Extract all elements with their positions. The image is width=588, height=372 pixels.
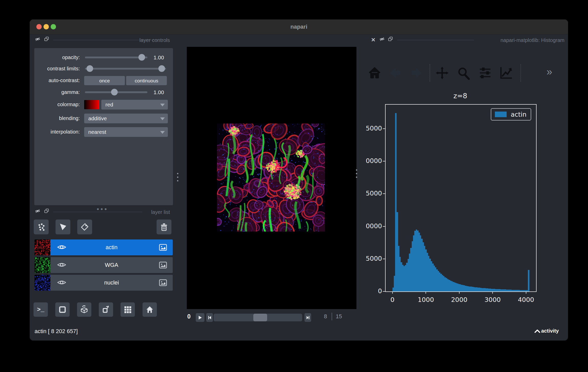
dock-splitter-handle[interactable] <box>177 173 178 181</box>
total-frames: 15 <box>336 313 342 320</box>
histogram-bar <box>394 276 395 291</box>
mpl-zoom-button[interactable] <box>456 65 471 81</box>
new-shapes-layer-button[interactable] <box>56 220 70 234</box>
histogram-bar <box>397 212 398 291</box>
histogram-bar <box>450 281 451 291</box>
histogram-bar <box>502 289 503 291</box>
contrast-limits-slider[interactable] <box>85 68 166 70</box>
line-chart-icon <box>499 66 513 80</box>
layer-visibility-eye-icon[interactable] <box>57 261 66 269</box>
mpl-customize-button[interactable] <box>499 65 513 81</box>
blending-dropdown[interactable]: additive <box>84 114 168 123</box>
home-view-button[interactable] <box>143 302 157 317</box>
histogram-bar <box>476 287 477 291</box>
x-tick-label: 0 <box>377 296 408 303</box>
transpose-dims-button[interactable] <box>99 302 113 317</box>
mpl-forward-button[interactable] <box>409 65 424 81</box>
sliders-icon <box>479 67 492 79</box>
activity-button[interactable]: activity <box>535 328 559 334</box>
histogram-bar <box>428 256 430 291</box>
histogram-bar <box>398 246 399 291</box>
skip-to-end-button[interactable] <box>304 313 311 322</box>
layer-row-actin[interactable]: actin <box>35 239 173 255</box>
histogram-bar <box>489 289 491 291</box>
colormap-dropdown[interactable]: red <box>101 100 168 110</box>
mpl-pan-button[interactable] <box>435 65 449 81</box>
x-tick <box>459 291 460 294</box>
y-tick-label: 0000 <box>354 157 382 165</box>
histogram-bar <box>484 288 486 291</box>
play-button[interactable] <box>196 313 204 322</box>
delete-layer-button[interactable] <box>157 220 171 234</box>
layer-row-wga[interactable]: WGA <box>35 257 173 273</box>
rotate-3d-button[interactable] <box>77 302 91 317</box>
histogram-bar <box>444 277 446 291</box>
histogram-bar <box>500 289 502 291</box>
layer-row-nuclei[interactable]: nuclei <box>35 275 173 291</box>
histogram-bar <box>477 288 479 291</box>
layer-visibility-eye-icon[interactable] <box>57 244 66 251</box>
console-icon: >_ <box>37 306 45 313</box>
opacity-slider[interactable] <box>85 57 147 58</box>
ndisplay-toggle-button[interactable] <box>55 302 70 317</box>
x-tick <box>526 291 526 294</box>
image-layer-type-icon <box>159 279 167 287</box>
console-button[interactable]: >_ <box>34 302 48 317</box>
dock-splitter-handle[interactable] <box>356 169 357 178</box>
layer-visibility-eye-icon[interactable] <box>57 279 66 287</box>
close-panel-icon[interactable]: ✕ <box>371 37 376 43</box>
float-panel-icon[interactable] <box>388 36 393 42</box>
arrow-left-icon <box>388 67 402 79</box>
skip-to-start-button[interactable] <box>206 313 213 322</box>
mpl-subplots-button[interactable] <box>478 65 492 81</box>
grid-view-button[interactable] <box>121 302 135 317</box>
y-tick-label: 5000 <box>354 255 382 262</box>
float-panel-icon[interactable] <box>44 208 49 214</box>
chevron-down-icon <box>160 104 165 106</box>
mpl-home-button[interactable] <box>367 65 382 81</box>
grid-icon <box>123 305 132 314</box>
histogram-bar <box>464 285 465 291</box>
contrast-low-handle[interactable] <box>86 65 93 72</box>
histogram-axes[interactable]: actin 0100020003000400005000000050000000… <box>385 104 537 292</box>
histogram-bar <box>455 283 457 291</box>
hide-panel-eye-icon[interactable] <box>35 208 40 215</box>
toolbar-expand-button[interactable]: » <box>547 66 552 78</box>
hide-panel-eye-icon[interactable] <box>379 36 385 43</box>
histogram-bar <box>527 290 528 291</box>
histogram-bar <box>446 278 447 291</box>
hide-panel-eye-icon[interactable] <box>35 36 40 43</box>
histogram-bar <box>399 257 401 291</box>
histogram-bar <box>462 285 464 291</box>
gamma-slider[interactable] <box>85 91 147 93</box>
histogram-bar <box>481 288 483 291</box>
float-panel-icon[interactable] <box>44 36 49 42</box>
arrow-right-icon <box>409 67 424 79</box>
new-labels-layer-button[interactable] <box>77 220 92 234</box>
histogram-bar <box>458 284 460 291</box>
viewer-canvas[interactable] <box>187 47 356 309</box>
chevron-up-icon <box>535 329 540 333</box>
histogram-bar <box>499 289 501 291</box>
dim-slider-handle[interactable] <box>253 314 267 321</box>
mpl-back-button[interactable] <box>388 65 402 81</box>
auto-contrast-continuous-button[interactable]: continuous <box>126 76 167 85</box>
histogram-bar <box>436 269 438 291</box>
new-points-layer-button[interactable] <box>34 220 49 234</box>
histogram-bar <box>488 289 490 291</box>
histogram-bar <box>503 289 505 291</box>
histogram-bar <box>447 279 449 291</box>
pan-move-icon <box>435 66 449 80</box>
auto-contrast-once-button[interactable]: once <box>84 76 125 85</box>
histogram-bar <box>509 290 510 291</box>
home-icon <box>368 66 381 80</box>
layer-list-title: layer list <box>111 209 170 215</box>
layer-name: nuclei <box>50 279 173 286</box>
interpolation-dropdown[interactable]: nearest <box>84 127 168 137</box>
legend-color-patch <box>495 112 507 117</box>
histogram-bar <box>405 265 406 291</box>
y-tick-label: 0 <box>354 287 382 295</box>
contrast-high-handle[interactable] <box>158 65 165 72</box>
dim-slider-track[interactable] <box>214 314 302 321</box>
histogram-bar <box>427 253 428 291</box>
